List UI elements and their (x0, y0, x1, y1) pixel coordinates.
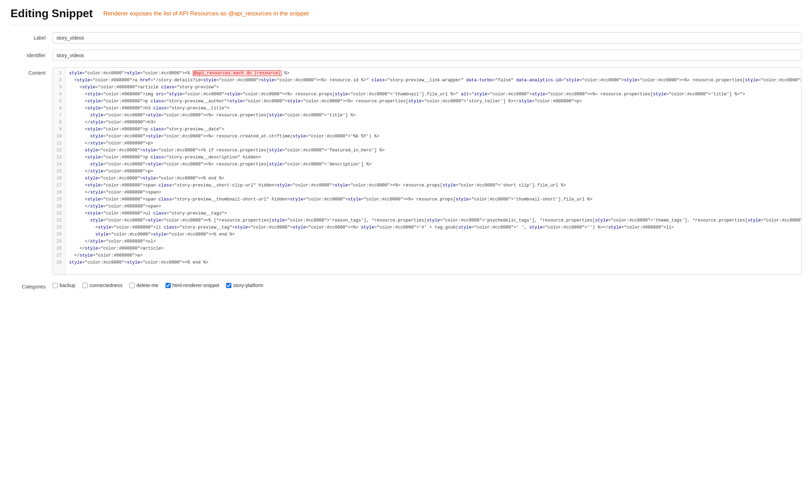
page-header: Editing Snippet Renderer exposes the lis… (11, 7, 801, 25)
line-numbers: 1234567891011121314151617181920212223242… (53, 68, 66, 274)
code-line: style="color:#cc0000">style="color:#cc00… (69, 70, 798, 77)
code-line: <style="color:#008800">a href="/story-de… (69, 77, 798, 84)
line-number: 2 (56, 77, 62, 84)
line-number: 14 (56, 161, 62, 168)
line-number: 20 (56, 203, 62, 210)
category-checkbox[interactable] (53, 283, 58, 288)
line-number: 15 (56, 168, 62, 175)
category-checkbox[interactable] (82, 283, 88, 288)
code-line: </style="color:#008800">a> (69, 252, 798, 259)
line-number: 8 (56, 119, 62, 126)
line-number: 9 (56, 126, 62, 133)
category-checkbox[interactable] (226, 283, 231, 288)
line-number: 21 (56, 210, 62, 217)
category-label: connectedness (89, 282, 122, 288)
line-number: 16 (56, 175, 62, 182)
category-item[interactable]: delete-me (129, 282, 158, 288)
code-line: </style="color:#008800">p> (69, 168, 798, 175)
code-line: <style="color:#008800">p class="story-pr… (69, 98, 798, 105)
code-line: <style="color:#008800">p class="story-pr… (69, 126, 798, 133)
line-number: 5 (56, 98, 62, 105)
header-notice: Renderer exposes the list of API Resourc… (103, 10, 309, 17)
code-line: <style="color:#008800">li class="story-p… (69, 224, 798, 231)
code-content[interactable]: style="color:#cc0000">style="color:#cc00… (66, 68, 801, 274)
code-line: <style="color:#008800">article class="st… (69, 84, 798, 91)
category-label: backup (60, 282, 75, 288)
code-line: style="color:#cc0000">style="color:#cc00… (69, 161, 798, 168)
line-number: 28 (56, 259, 62, 266)
code-line: </style="color:#008800">span> (69, 203, 798, 210)
content-field-label: Content (11, 67, 53, 76)
line-number: 19 (56, 196, 62, 203)
line-number: 6 (56, 105, 62, 112)
code-line: style="color:#cc0000">style="color:#cc00… (69, 147, 798, 154)
categories-label: Categories (11, 281, 53, 290)
line-number: 24 (56, 231, 62, 238)
line-number: 12 (56, 147, 62, 154)
category-item[interactable]: connectedness (82, 282, 122, 288)
line-number: 7 (56, 112, 62, 119)
code-line: <style="color:#008800">ul class="story-p… (69, 210, 798, 217)
code-line: style="color:#cc0000">style="color:#cc00… (69, 133, 798, 140)
line-number: 3 (56, 84, 62, 91)
line-number: 27 (56, 252, 62, 259)
page-title: Editing Snippet (11, 7, 93, 20)
code-editor-container: 1234567891011121314151617181920212223242… (53, 68, 801, 274)
code-line: style="color:#cc0000">style="color:#cc00… (69, 175, 798, 182)
category-label: story-platform (233, 282, 263, 288)
code-line: <style="color:#008800">span class="story… (69, 196, 798, 203)
category-item[interactable]: html-renderer-snippet (165, 282, 219, 288)
label-input[interactable] (53, 32, 801, 43)
code-line: <style="color:#008800">span class="story… (69, 182, 798, 189)
line-number: 23 (56, 224, 62, 231)
code-line: style="color:#cc0000">style="color:#cc00… (69, 112, 798, 119)
category-label: html-renderer-snippet (172, 282, 219, 288)
line-number: 22 (56, 217, 62, 224)
identifier-field-label: Identifier (11, 50, 53, 58)
line-number: 13 (56, 154, 62, 161)
code-line: </style="color:#008800">ul> (69, 238, 798, 245)
code-line: </style="color:#008800">span> (69, 189, 798, 196)
code-line: </style="color:#008800">h3> (69, 119, 798, 126)
category-item[interactable]: story-platform (226, 282, 263, 288)
code-line: <style="color:#008800">h3 class="story-p… (69, 105, 798, 112)
code-line: </style="color:#008800">p> (69, 140, 798, 147)
label-row: Label (11, 32, 801, 43)
categories-row: Categories backupconnectednessdelete-meh… (11, 281, 801, 290)
line-number: 1 (56, 70, 62, 77)
line-number: 10 (56, 133, 62, 140)
line-number: 4 (56, 91, 62, 98)
label-field-label: Label (11, 32, 53, 41)
line-number: 26 (56, 245, 62, 252)
categories-container: backupconnectednessdelete-mehtml-rendere… (53, 282, 270, 288)
identifier-input[interactable] (53, 50, 801, 61)
code-line: </style="color:#008800">article> (69, 245, 798, 252)
category-checkbox[interactable] (165, 283, 171, 288)
identifier-row: Identifier (11, 50, 801, 61)
code-line: <style="color:#008800">img src="style="c… (69, 91, 798, 98)
content-editor[interactable]: 1234567891011121314151617181920212223242… (53, 67, 801, 275)
code-line: style="color:#cc0000">style="color:#cc00… (69, 259, 798, 266)
content-row: Content 12345678910111213141516171819202… (11, 67, 801, 275)
line-number: 18 (56, 189, 62, 196)
line-number: 25 (56, 238, 62, 245)
category-label: delete-me (136, 282, 158, 288)
line-number: 17 (56, 182, 62, 189)
code-line: <style="color:#008800">p class="story-pr… (69, 154, 798, 161)
category-checkbox[interactable] (129, 283, 135, 288)
category-item[interactable]: backup (53, 282, 75, 288)
code-line: style="color:#cc0000">style="color:#cc00… (69, 217, 798, 224)
line-number: 11 (56, 140, 62, 147)
code-line: style="color:#cc0000">style="color:#cc00… (69, 231, 798, 238)
